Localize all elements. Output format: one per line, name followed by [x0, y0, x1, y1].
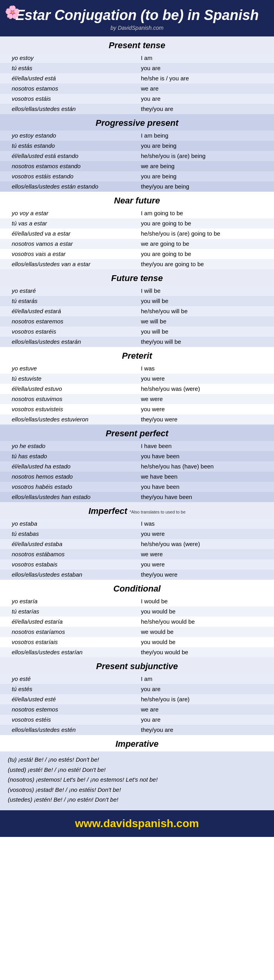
conjugation-english: we are going to be [137, 239, 274, 249]
conjugation-spanish: él/ella/usted estuvo [0, 384, 137, 394]
future-tense-header: Future tense [0, 269, 274, 286]
conjugation-english: you were [137, 404, 274, 414]
table-row: nosotros vamos a estarwe are going to be [0, 239, 274, 249]
conjugation-spanish: él/ella/usted estaría [0, 617, 137, 627]
table-row: él/ella/usted estaráhe/she/you will be [0, 306, 274, 316]
conjugation-spanish: vosotros estáis [0, 94, 137, 104]
table-row: él/ella/usted estéhe/she/you is (are) [0, 694, 274, 704]
table-row: él/ella/usted está estandohe/she/you is … [0, 151, 274, 161]
table-row: yo estaríaI would be [0, 596, 274, 606]
table-row: nosotros estamos estandowe are being [0, 161, 274, 171]
table-row: vosotros estáis estandoyou are being [0, 171, 274, 181]
header-subtitle: by DavidSpanish.com [8, 25, 266, 31]
table-row: tú estás estandoyou are being [0, 141, 274, 151]
progressive-present-table: yo estoy estandoI am beingtú estás estan… [0, 131, 274, 192]
conjugation-spanish: nosotros estaremos [0, 316, 137, 327]
table-row: ellos/ellas/ustedes estaránthey/you will… [0, 337, 274, 347]
conjugation-spanish: tú has estado [0, 451, 137, 461]
conjugation-spanish: yo voy a estar [0, 208, 137, 218]
conjugation-spanish: yo estuve [0, 363, 137, 374]
conjugation-english: you are going to be [137, 218, 274, 229]
imperative-section: Imperative (tu) ¡está! Be! / ¡no estés! … [0, 735, 274, 810]
footer: www.davidspanish.com [0, 810, 274, 837]
conjugation-english: he/she/you was (were) [137, 539, 274, 549]
present-perfect-header: Present perfect [0, 425, 274, 441]
table-row: ellos/ellas/ustedes van a estarthey/you … [0, 259, 274, 269]
conjugation-english: you will be [137, 327, 274, 337]
conjugation-spanish: él/ella/usted estará [0, 306, 137, 316]
conjugation-english: you are [137, 94, 274, 104]
table-row: vosotros habéis estadoyou have been [0, 482, 274, 492]
table-row: nosotros estemoswe are [0, 704, 274, 715]
conjugation-english: they/you were [137, 570, 274, 580]
conjugation-spanish: él/ella/usted esté [0, 694, 137, 704]
conjugation-english: I would be [137, 596, 274, 606]
conjugation-spanish: él/ella/usted ha estado [0, 461, 137, 472]
table-row: ellos/ellas/ustedes están estandothey/yo… [0, 181, 274, 192]
table-row: tú estarásyou will be [0, 296, 274, 306]
table-row: nosotros estaremoswe will be [0, 316, 274, 327]
conjugation-spanish: tú estarás [0, 296, 137, 306]
conjugation-spanish: tú estés [0, 684, 137, 694]
conjugation-english: they/you are being [137, 181, 274, 192]
preterit-table: yo estuveI wastú estuvisteyou wereél/ell… [0, 363, 274, 425]
conditional-table: yo estaríaI would betú estaríasyou would… [0, 596, 274, 657]
table-row: tú estaríasyou would be [0, 606, 274, 617]
sections-container: Present tenseyo estoyI amtú estásyou are… [0, 36, 274, 735]
imperfect-header: Imperfect*Also translates to used to be [0, 502, 274, 519]
table-row: tú estásyou are [0, 63, 274, 73]
conjugation-spanish: yo estaba [0, 519, 137, 529]
table-row: él/ella/usted va a estarhe/she/you is (a… [0, 229, 274, 239]
conjugation-english: we were [137, 549, 274, 559]
conjugation-english: they/you are [137, 725, 274, 735]
conjugation-english: I have been [137, 441, 274, 451]
conjugation-spanish: yo estoy [0, 53, 137, 63]
conjugation-spanish: ellos/ellas/ustedes estuvieron [0, 414, 137, 425]
table-row: vosotros estaríaisyou would be [0, 637, 274, 647]
header: 🌸 Estar Conjugation (to be) in Spanish b… [0, 0, 274, 36]
conjugation-english: they/you have been [137, 492, 274, 502]
conjugation-english: you are [137, 715, 274, 725]
conjugation-spanish: él/ella/usted está [0, 73, 137, 83]
conjugation-spanish: ellos/ellas/ustedes estén [0, 725, 137, 735]
flower-icon: 🌸 [5, 5, 20, 20]
list-item: (usted) ¡esté! Be! / ¡no esté! Don't be! [8, 765, 266, 775]
table-row: tú vas a estaryou are going to be [0, 218, 274, 229]
conjugation-english: he/she/you is (are) being [137, 151, 274, 161]
conjugation-spanish: vosotros habéis estado [0, 482, 137, 492]
conjugation-english: we have been [137, 472, 274, 482]
conjugation-spanish: tú estás [0, 63, 137, 73]
table-row: vosotros estéisyou are [0, 715, 274, 725]
conjugation-spanish: yo estoy estando [0, 131, 137, 141]
table-row: nosotros hemos estadowe have been [0, 472, 274, 482]
list-item: (tu) ¡está! Be! / ¡no estés! Don't be! [8, 755, 266, 765]
conjugation-english: you were [137, 559, 274, 570]
conjugation-english: he/she/you has (have) been [137, 461, 274, 472]
conjugation-spanish: tú estabas [0, 529, 137, 539]
table-row: vosotros estaréisyou will be [0, 327, 274, 337]
conjugation-spanish: él/ella/usted estaba [0, 539, 137, 549]
conjugation-english: we are being [137, 161, 274, 171]
imperfect-table: yo estabaI wastú estabasyou wereél/ella/… [0, 519, 274, 580]
table-row: yo estéI am [0, 674, 274, 684]
conjugation-english: I am [137, 53, 274, 63]
table-row: vosotros estáisyou are [0, 94, 274, 104]
table-row: yo he estadoI have been [0, 441, 274, 451]
table-row: nosotros estaríamoswe would be [0, 627, 274, 637]
conjugation-spanish: nosotros hemos estado [0, 472, 137, 482]
table-row: vosotros estabaisyou were [0, 559, 274, 570]
conjugation-english: I am going to be [137, 208, 274, 218]
conjugation-spanish: nosotros estuvimos [0, 394, 137, 404]
preterit-header: Preterit [0, 347, 274, 363]
present-perfect-table: yo he estadoI have beentú has estadoyou … [0, 441, 274, 502]
conjugation-spanish: nosotros estamos estando [0, 161, 137, 171]
conjugation-english: we will be [137, 316, 274, 327]
table-row: él/ella/usted estabahe/she/you was (were… [0, 539, 274, 549]
conjugation-english: you would be [137, 606, 274, 617]
conjugation-spanish: tú estarías [0, 606, 137, 617]
table-row: ellos/ellas/ustedes estabanthey/you were [0, 570, 274, 580]
conjugation-english: they/you were [137, 414, 274, 425]
conjugation-english: I am being [137, 131, 274, 141]
table-row: tú estésyou are [0, 684, 274, 694]
present-subjunctive-table: yo estéI amtú estésyou areél/ella/usted … [0, 674, 274, 735]
